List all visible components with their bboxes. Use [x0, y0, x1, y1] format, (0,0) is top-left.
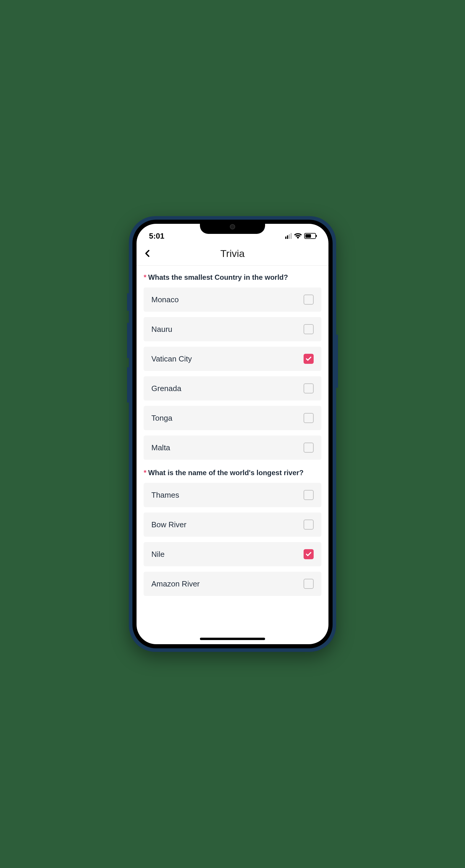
answer-checkbox[interactable]: [303, 520, 314, 530]
battery-icon: [304, 233, 316, 239]
check-icon: [306, 551, 312, 557]
answer-option[interactable]: Monaco: [144, 287, 321, 312]
answer-label: Nauru: [151, 325, 172, 334]
answer-label: Nile: [151, 550, 165, 559]
answer-label: Bow River: [151, 520, 186, 529]
phone-bezel: 5:01 Trivia: [133, 220, 332, 648]
chevron-left-icon: [144, 250, 151, 257]
mute-switch: [127, 293, 129, 311]
answer-option[interactable]: Thames: [144, 483, 321, 507]
question-label: Whats the smallest Country in the world?: [148, 273, 288, 281]
answer-checkbox[interactable]: [303, 383, 314, 394]
answer-checkbox[interactable]: [303, 413, 314, 423]
phone-device-frame: 5:01 Trivia: [129, 216, 336, 652]
answer-checkbox[interactable]: [303, 294, 314, 305]
phone-notch: [200, 220, 265, 234]
answer-checkbox[interactable]: [303, 354, 314, 364]
question-block: *What is the name of the world's longest…: [144, 469, 321, 596]
power-button: [336, 335, 338, 388]
answer-label: Grenada: [151, 384, 181, 393]
answer-label: Tonga: [151, 413, 172, 423]
question-text: *Whats the smallest Country in the world…: [144, 273, 321, 282]
app-header: Trivia: [137, 244, 328, 266]
answer-option[interactable]: Grenada: [144, 376, 321, 401]
answer-checkbox[interactable]: [303, 579, 314, 589]
page-title: Trivia: [220, 248, 245, 259]
answer-label: Malta: [151, 443, 170, 452]
answer-option[interactable]: Tonga: [144, 406, 321, 430]
answer-option[interactable]: Nile: [144, 542, 321, 566]
answer-label: Thames: [151, 491, 179, 500]
answer-option[interactable]: Vatican City: [144, 347, 321, 371]
back-button[interactable]: [144, 249, 153, 258]
answer-label: Amazon River: [151, 579, 200, 589]
answer-option[interactable]: Amazon River: [144, 572, 321, 596]
question-label: What is the name of the world's longest …: [148, 469, 303, 477]
status-icons: [285, 233, 316, 239]
app-screen: 5:01 Trivia: [137, 224, 328, 644]
answer-option[interactable]: Malta: [144, 435, 321, 460]
answer-checkbox[interactable]: [303, 490, 314, 500]
answer-option[interactable]: Bow River: [144, 513, 321, 537]
check-icon: [306, 355, 312, 362]
required-indicator: *: [144, 469, 146, 477]
cellular-icon: [285, 233, 292, 239]
volume-down-button: [127, 367, 129, 403]
answer-label: Vatican City: [151, 354, 192, 364]
answer-checkbox[interactable]: [303, 442, 314, 453]
volume-up-button: [127, 323, 129, 358]
answer-checkbox[interactable]: [303, 324, 314, 334]
answer-option[interactable]: Nauru: [144, 317, 321, 341]
question-block: *Whats the smallest Country in the world…: [144, 273, 321, 460]
answer-label: Monaco: [151, 295, 179, 304]
required-indicator: *: [144, 273, 146, 281]
question-text: *What is the name of the world's longest…: [144, 469, 321, 477]
wifi-icon: [294, 233, 302, 239]
questions-scroll-area[interactable]: *Whats the smallest Country in the world…: [137, 266, 328, 644]
status-time: 5:01: [149, 231, 164, 241]
answer-checkbox[interactable]: [303, 549, 314, 559]
home-indicator[interactable]: [200, 638, 265, 640]
